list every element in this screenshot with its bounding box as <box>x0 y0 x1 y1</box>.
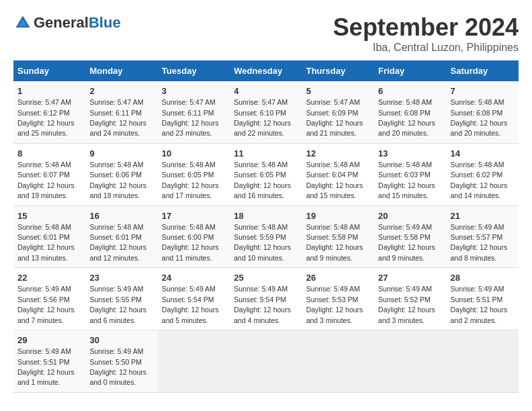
day-detail: Daylight: 12 hours <box>89 181 146 189</box>
day-number: 5 <box>306 85 370 97</box>
day-detail: Sunrise: 5:49 AM <box>89 347 143 355</box>
day-detail: Sunrise: 5:48 AM <box>17 161 71 169</box>
day-number: 27 <box>378 272 442 284</box>
page-header: GeneralBlue September 2024 Iba, Central … <box>13 13 519 54</box>
day-detail: and 3 minutes. <box>378 316 425 324</box>
calendar-cell: 18Sunrise: 5:48 AMSunset: 5:59 PMDayligh… <box>230 205 302 268</box>
day-detail: Daylight: 12 hours <box>234 243 291 251</box>
calendar-cell: 3Sunrise: 5:47 AMSunset: 6:11 PMDaylight… <box>158 81 230 143</box>
day-detail: Sunset: 5:53 PM <box>306 295 359 304</box>
day-detail: and 23 minutes. <box>162 129 212 137</box>
day-detail: Sunrise: 5:48 AM <box>162 161 216 169</box>
day-detail: and 10 minutes. <box>234 254 284 262</box>
day-detail: Sunrise: 5:48 AM <box>234 223 287 231</box>
day-detail: Daylight: 12 hours <box>378 243 435 251</box>
day-detail: Sunrise: 5:49 AM <box>378 285 432 293</box>
day-detail: Sunrise: 5:49 AM <box>451 285 504 293</box>
calendar-cell: 30Sunrise: 5:49 AMSunset: 5:50 PMDayligh… <box>85 330 157 393</box>
day-detail: Sunrise: 5:48 AM <box>306 223 360 231</box>
day-detail: Daylight: 12 hours <box>306 243 363 251</box>
day-detail: Sunrise: 5:48 AM <box>17 223 71 231</box>
header-tuesday: Tuesday <box>158 60 230 81</box>
day-detail: Sunset: 6:02 PM <box>451 171 503 179</box>
day-detail: Daylight: 12 hours <box>378 306 435 314</box>
day-detail: Sunset: 6:01 PM <box>17 233 70 241</box>
day-detail: and 14 minutes. <box>451 191 501 199</box>
day-detail: Daylight: 12 hours <box>451 181 508 189</box>
day-detail: and 21 minutes. <box>306 129 357 137</box>
header-saturday: Saturday <box>447 60 519 81</box>
day-detail: Daylight: 12 hours <box>17 306 75 314</box>
calendar-cell: 11Sunrise: 5:48 AMSunset: 6:05 PMDayligh… <box>230 143 302 205</box>
day-number: 4 <box>234 85 298 97</box>
calendar-row: 1Sunrise: 5:47 AMSunset: 6:12 PMDaylight… <box>13 81 519 143</box>
day-detail: Sunset: 6:07 PM <box>17 171 70 179</box>
calendar-cell <box>447 330 519 393</box>
day-detail: and 9 minutes. <box>306 254 353 262</box>
day-detail: Sunset: 5:51 PM <box>451 295 503 304</box>
calendar-cell: 29Sunrise: 5:49 AMSunset: 5:51 PMDayligh… <box>13 330 85 393</box>
day-detail: Sunrise: 5:49 AM <box>162 285 216 293</box>
day-detail: Daylight: 12 hours <box>17 243 75 251</box>
day-detail: Sunrise: 5:48 AM <box>234 161 287 169</box>
day-number: 8 <box>17 148 81 160</box>
day-detail: and 24 minutes. <box>89 129 140 137</box>
header-thursday: Thursday <box>302 60 374 81</box>
day-number: 12 <box>306 148 370 160</box>
day-detail: and 20 minutes. <box>451 129 501 137</box>
day-detail: Sunrise: 5:49 AM <box>17 347 71 355</box>
day-detail: Sunrise: 5:47 AM <box>306 98 360 106</box>
calendar-cell: 14Sunrise: 5:48 AMSunset: 6:02 PMDayligh… <box>447 143 519 205</box>
day-detail: and 3 minutes. <box>306 316 353 324</box>
day-detail: Sunrise: 5:49 AM <box>306 285 360 293</box>
day-detail: Sunset: 6:04 PM <box>306 171 359 179</box>
day-detail: Sunset: 5:51 PM <box>17 358 70 366</box>
calendar-table: Sunday Monday Tuesday Wednesday Thursday… <box>13 60 519 393</box>
day-detail: and 15 minutes. <box>378 191 429 199</box>
day-detail: Daylight: 12 hours <box>234 306 291 314</box>
day-detail: and 15 minutes. <box>306 191 357 199</box>
day-detail: Daylight: 12 hours <box>89 243 146 251</box>
day-number: 7 <box>451 85 515 97</box>
day-detail: Sunset: 6:03 PM <box>378 171 431 179</box>
title-section: September 2024 Iba, Central Luzon, Phili… <box>333 13 519 54</box>
day-detail: Sunset: 6:09 PM <box>306 109 359 117</box>
day-detail: Sunset: 6:05 PM <box>162 171 214 179</box>
day-detail: Sunrise: 5:48 AM <box>378 161 432 169</box>
day-detail: and 17 minutes. <box>162 191 212 199</box>
day-detail: Sunrise: 5:48 AM <box>89 223 143 231</box>
day-number: 13 <box>378 148 442 160</box>
day-detail: Sunrise: 5:47 AM <box>162 98 216 106</box>
day-detail: Sunset: 5:59 PM <box>234 233 286 241</box>
day-detail: Sunset: 6:06 PM <box>89 171 142 179</box>
day-detail: Sunset: 6:11 PM <box>162 109 214 117</box>
logo-icon <box>13 13 32 32</box>
day-number: 15 <box>17 210 81 222</box>
day-detail: Daylight: 12 hours <box>17 119 75 127</box>
day-detail: Sunset: 6:00 PM <box>162 233 214 241</box>
day-detail: Sunset: 5:58 PM <box>306 233 359 241</box>
day-detail: Sunset: 6:12 PM <box>17 109 70 117</box>
calendar-cell: 28Sunrise: 5:49 AMSunset: 5:51 PMDayligh… <box>447 268 519 330</box>
calendar-cell: 19Sunrise: 5:48 AMSunset: 5:58 PMDayligh… <box>302 205 374 268</box>
day-detail: and 13 minutes. <box>17 254 68 262</box>
day-detail: Sunrise: 5:48 AM <box>451 98 504 106</box>
calendar-cell: 6Sunrise: 5:48 AMSunset: 6:08 PMDaylight… <box>374 81 446 143</box>
calendar-cell: 26Sunrise: 5:49 AMSunset: 5:53 PMDayligh… <box>302 268 374 330</box>
day-detail: Sunrise: 5:48 AM <box>306 161 360 169</box>
calendar-cell: 25Sunrise: 5:49 AMSunset: 5:54 PMDayligh… <box>230 268 302 330</box>
day-detail: Daylight: 12 hours <box>306 119 363 127</box>
day-detail: Sunrise: 5:47 AM <box>17 98 71 106</box>
logo: GeneralBlue <box>13 13 121 32</box>
day-detail: and 4 minutes. <box>234 316 280 324</box>
day-detail: Sunrise: 5:49 AM <box>378 223 432 231</box>
calendar-cell: 17Sunrise: 5:48 AMSunset: 6:00 PMDayligh… <box>158 205 230 268</box>
day-number: 14 <box>451 148 515 160</box>
day-number: 20 <box>378 210 442 222</box>
calendar-cell <box>302 330 374 393</box>
day-detail: Sunset: 6:05 PM <box>234 171 286 179</box>
header-friday: Friday <box>374 60 446 81</box>
day-number: 18 <box>234 210 298 222</box>
day-detail: and 0 minutes. <box>89 378 136 386</box>
calendar-cell <box>230 330 302 393</box>
